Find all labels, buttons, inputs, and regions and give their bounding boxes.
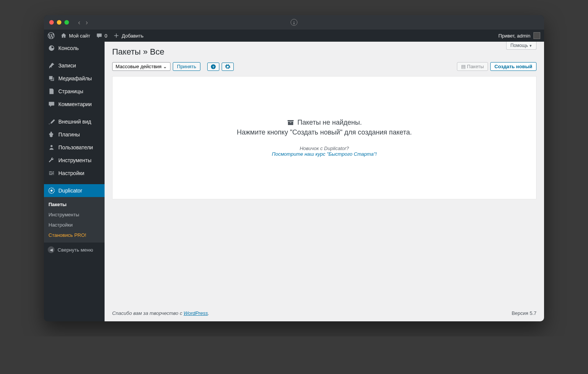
duplicator-icon [48, 187, 55, 194]
sidebar-item-comments[interactable]: Комментарии [44, 98, 105, 111]
footer-thanks-suffix: . [208, 310, 210, 316]
sidebar-label: Настройки [58, 170, 84, 176]
wordpress-icon [48, 32, 55, 39]
instruction-text: Нажмите кнопку "Создать новый" для созда… [237, 128, 412, 136]
avatar [533, 32, 540, 39]
sliders-icon [48, 170, 55, 177]
submenu-settings[interactable]: Настройки [44, 220, 105, 230]
sidebar-label: Записи [58, 63, 76, 69]
svg-point-1 [50, 189, 52, 191]
submenu-tools[interactable]: Инструменты [44, 210, 105, 220]
comment-icon [48, 101, 55, 108]
sidebar-label: Плагины [58, 131, 80, 138]
quickstart-link[interactable]: Посмотрите наш курс "Быстрого Старта"! [237, 151, 412, 157]
maximize-window-button[interactable] [64, 20, 69, 25]
greeting: Привет, admin [498, 33, 530, 39]
account-menu[interactable]: Привет, admin [498, 32, 540, 39]
close-window-button[interactable] [49, 20, 54, 25]
plus-icon [113, 33, 119, 39]
wp-logo[interactable] [48, 32, 55, 39]
users-icon [48, 144, 55, 151]
page-title: Пакеты » Все [105, 42, 544, 58]
sidebar-label: Страницы [58, 88, 83, 94]
help-tab[interactable]: Помощь [506, 42, 536, 50]
package-icon: ▤ [461, 64, 467, 69]
chevron-down-icon: ⌄ [163, 64, 167, 69]
wrench-icon [48, 157, 55, 164]
version-text: Версия 5.7 [511, 310, 536, 316]
settings-button[interactable] [222, 63, 234, 71]
newbie-text: Новичок с Duplicator? [237, 146, 412, 151]
svg-rect-4 [288, 120, 294, 121]
plugin-icon [48, 131, 55, 138]
svg-rect-5 [288, 122, 293, 125]
footer-thanks-prefix: Спасибо вам за творчество с [112, 310, 184, 316]
apply-button[interactable]: Принять [173, 62, 200, 71]
brush-icon [48, 118, 55, 125]
svg-text:?: ? [212, 65, 214, 69]
site-name: Мой сайт [69, 33, 90, 39]
back-button[interactable]: ‹ [78, 19, 80, 27]
question-icon: ? [211, 64, 216, 69]
bulk-actions-select[interactable]: Массовые действия ⌄ [112, 62, 170, 71]
add-new-label: Добавить [122, 33, 143, 39]
sidebar-item-media[interactable]: Медиафайлы [44, 72, 105, 85]
sidebar-label: Duplicator [58, 188, 82, 194]
no-packages-text: Пакеты не найдены. [297, 119, 362, 127]
create-new-button[interactable]: Создать новый [490, 62, 536, 71]
media-icon [48, 75, 55, 82]
help-button[interactable]: ? [207, 63, 219, 71]
add-new-link[interactable]: Добавить [113, 33, 143, 39]
forward-button[interactable]: › [86, 19, 88, 27]
sidebar-label: Внешний вид [58, 119, 91, 125]
comments-count: 0 [105, 33, 107, 39]
sidebar-item-plugins[interactable]: Плагины [44, 128, 105, 141]
sidebar-item-tools[interactable]: Инструменты [44, 154, 105, 167]
sidebar-item-dashboard[interactable]: Консоль [44, 42, 105, 55]
sidebar-item-appearance[interactable]: Внешний вид [44, 115, 105, 128]
sidebar-item-pages[interactable]: Страницы [44, 85, 105, 98]
footer: Спасибо вам за творчество с WordPress. В… [105, 305, 544, 321]
packages-button: ▤ Пакеты [457, 62, 488, 71]
comments-link[interactable]: 0 [96, 33, 107, 39]
collapse-label: Свернуть меню [58, 247, 93, 253]
svg-rect-6 [290, 122, 291, 123]
sidebar-item-users[interactable]: Пользователи [44, 141, 105, 154]
gear-icon [225, 64, 230, 69]
minimize-window-button[interactable] [57, 20, 61, 25]
page-icon [48, 88, 55, 95]
submenu-packages[interactable]: Пакеты [44, 199, 105, 210]
sidebar-label: Комментарии [58, 101, 92, 107]
submenu-pro[interactable]: Становись PRO! [44, 230, 105, 240]
sidebar-item-settings[interactable]: Настройки [44, 167, 105, 180]
admin-sidebar: Консоль Записи Медиафайлы Страницы [44, 42, 105, 321]
archive-icon [287, 119, 294, 126]
sidebar-label: Пользователи [58, 144, 93, 150]
sidebar-label: Инструменты [58, 157, 91, 163]
sidebar-item-duplicator[interactable]: Duplicator [44, 184, 105, 197]
sidebar-label: Консоль [58, 45, 79, 51]
home-icon [61, 33, 67, 39]
wordpress-link[interactable]: WordPress [184, 310, 208, 316]
comment-icon [96, 33, 102, 39]
sidebar-item-posts[interactable]: Записи [44, 59, 105, 72]
dashboard-icon [48, 45, 55, 52]
collapse-menu[interactable]: ◀ Свернуть меню [44, 243, 105, 257]
collapse-icon: ◀ [48, 246, 55, 253]
sidebar-label: Медиафайлы [58, 75, 92, 81]
site-link[interactable]: Мой сайт [61, 33, 90, 39]
packages-panel: Пакеты не найдены. Нажмите кнопку "Созда… [112, 76, 536, 199]
download-icon[interactable]: ↓ [291, 19, 297, 26]
submenu: Пакеты Инструменты Настройки Становись P… [44, 197, 105, 243]
admin-bar: Мой сайт 0 Добавить Привет, admin [44, 30, 544, 42]
titlebar: ‹ › ↓ [44, 15, 544, 30]
pin-icon [48, 62, 55, 69]
toolbar: Массовые действия ⌄ Принять ? ▤ Пакеты [105, 58, 544, 76]
